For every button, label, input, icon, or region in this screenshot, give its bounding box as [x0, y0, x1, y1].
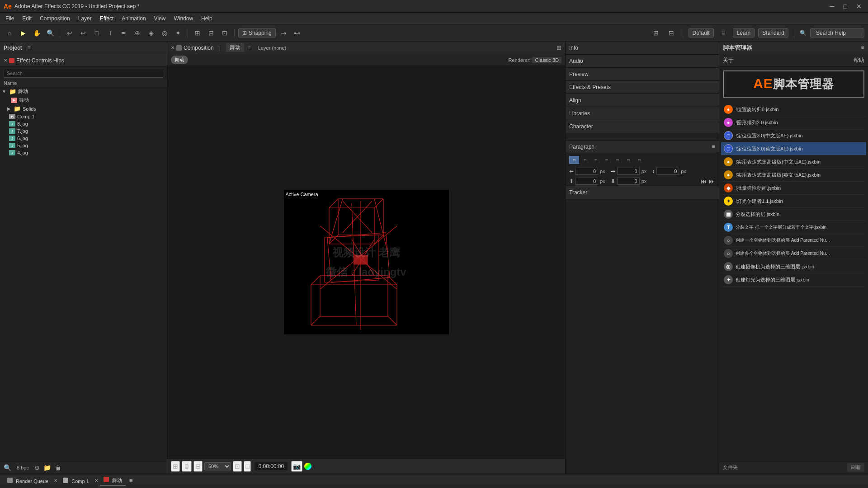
- expand-button[interactable]: ⊞: [650, 27, 662, 39]
- motion-button[interactable]: ⊡: [219, 27, 231, 39]
- script-item-12[interactable]: ○ 创建多个空物体到选择的层 Add Parented Nu…: [721, 247, 866, 260]
- project-file-5jpg[interactable]: J 5.jpg: [0, 142, 167, 149]
- script-item-10[interactable]: T 分裂文字 把一个文字层分成若干个文字.jsxbin: [721, 221, 866, 234]
- undo-button[interactable]: ↩: [64, 27, 75, 39]
- preview-section-header[interactable]: Preview: [566, 68, 719, 80]
- about-label[interactable]: 关于: [723, 56, 734, 64]
- add-item-button[interactable]: ⊕: [34, 464, 40, 471]
- delete-button[interactable]: 🗑: [55, 464, 61, 471]
- hand-tool[interactable]: ✋: [31, 27, 42, 39]
- redo-button[interactable]: ↩: [77, 27, 89, 39]
- menu-animation[interactable]: Animation: [118, 14, 149, 23]
- script-item-6[interactable]: ● !实用表达式集高级版(英文版AE).jsxbin: [721, 169, 866, 182]
- comp-timecode[interactable]: 0:00:00:00: [255, 462, 288, 470]
- effects-presets-header[interactable]: Effects & Presets: [566, 81, 719, 94]
- tracker-section-header[interactable]: Tracker: [566, 186, 719, 199]
- audio-section-header[interactable]: Audio: [566, 55, 719, 67]
- play-back-button[interactable]: ⏮: [701, 178, 707, 185]
- region-button[interactable]: □: [244, 461, 251, 472]
- paragraph-menu-icon[interactable]: ≡: [712, 143, 715, 150]
- justify-left-button[interactable]: ≡: [602, 156, 612, 164]
- justify-all-button[interactable]: ≡: [634, 156, 644, 164]
- project-file-8jpg[interactable]: J 8.jpg: [0, 120, 167, 127]
- workspace-standard[interactable]: Standard: [758, 28, 788, 38]
- align-center-button[interactable]: ≡: [580, 156, 590, 164]
- camera-button[interactable]: 📷: [291, 461, 302, 472]
- comp-close[interactable]: ✕: [171, 45, 175, 50]
- snap-option-2[interactable]: ⊷: [291, 27, 303, 39]
- script-item-11[interactable]: ○ 创建一个空物体到选择的层 Add Parented Nu…: [721, 234, 866, 247]
- snapping-button[interactable]: ⊞ Snapping: [238, 28, 276, 38]
- project-file-footage[interactable]: ▶ 舞动: [0, 96, 167, 104]
- leading-input[interactable]: [576, 178, 598, 185]
- comp-info-button[interactable]: ⊟: [193, 461, 203, 472]
- graph-button[interactable]: ⊟: [205, 27, 217, 39]
- search-help-button[interactable]: Search Help: [810, 28, 864, 38]
- home-button[interactable]: ⌂: [4, 27, 15, 39]
- script-item-3[interactable]: □ !定位位置3.0(中文版AE).jsxbin: [721, 129, 866, 142]
- comp-name-tab[interactable]: 舞动: [226, 43, 244, 52]
- renderer-value[interactable]: Classic 3D: [532, 57, 561, 63]
- justify-center-button[interactable]: ≡: [613, 156, 623, 164]
- comp-sub-tab[interactable]: 舞动: [171, 56, 188, 64]
- indent-before-input[interactable]: [576, 168, 598, 175]
- menu-composition[interactable]: Composition: [36, 14, 74, 23]
- menu-help[interactable]: Help: [198, 14, 216, 23]
- zoom-tool[interactable]: 🔍: [44, 27, 56, 39]
- menu-window[interactable]: Window: [170, 14, 197, 23]
- text-tool[interactable]: T: [104, 27, 116, 39]
- character-section-header[interactable]: Character: [566, 120, 719, 133]
- select-tool[interactable]: ▶: [17, 27, 29, 39]
- script-manager-menu[interactable]: ≡: [861, 44, 864, 51]
- menu-edit[interactable]: Edit: [19, 14, 35, 23]
- project-file-comp1[interactable]: ◩ Comp 1: [0, 113, 167, 120]
- search-footer-icon[interactable]: 🔍: [4, 464, 11, 471]
- space-before-input[interactable]: [656, 168, 679, 175]
- menu-layer[interactable]: Layer: [75, 14, 95, 23]
- workspace-learn[interactable]: Learn: [733, 28, 755, 38]
- render-tab-close[interactable]: ✕: [54, 478, 57, 483]
- minimize-button[interactable]: ─: [827, 2, 837, 11]
- libraries-section-header[interactable]: Libraries: [566, 107, 719, 120]
- project-search-input[interactable]: [4, 69, 163, 78]
- align-left-button[interactable]: ≡: [569, 156, 579, 164]
- puppet-tool[interactable]: ✦: [172, 27, 184, 39]
- eraser-tool[interactable]: ◈: [145, 27, 157, 39]
- project-file-6jpg[interactable]: J 6.jpg: [0, 135, 167, 142]
- timeline-tab-menu[interactable]: ≡: [129, 477, 133, 484]
- indent-after-input[interactable]: [617, 168, 640, 175]
- workspace-menu[interactable]: ≡: [717, 27, 729, 39]
- align-button[interactable]: ⊞: [192, 27, 203, 39]
- script-item-8[interactable]: ✦ !灯光创建者1.1.jsxbin: [721, 195, 866, 208]
- play-fwd-button[interactable]: ⏭: [709, 178, 715, 185]
- help-label[interactable]: 帮助: [854, 56, 864, 64]
- color-swatch[interactable]: [304, 463, 311, 470]
- workspace-default[interactable]: Default: [689, 28, 714, 38]
- timeline-tab-wudong[interactable]: 舞动: [100, 476, 126, 486]
- folder-button[interactable]: 📁: [43, 464, 51, 471]
- script-item-7[interactable]: ◆ !批量弹性动画.jsxbin: [721, 182, 866, 195]
- script-item-13[interactable]: ◎ 创建摄像机为选择的三维图层.jsxbin: [721, 260, 866, 273]
- title-bar-controls[interactable]: ─ □ ✕: [827, 2, 864, 11]
- script-item-5[interactable]: ● !实用表达式集高级版(中文版AE).jsxbin: [721, 155, 866, 169]
- align-section-header[interactable]: Align: [566, 94, 719, 107]
- roto-tool[interactable]: ◎: [159, 27, 170, 39]
- maximize-button[interactable]: □: [841, 2, 850, 11]
- align-right-button[interactable]: ≡: [591, 156, 601, 164]
- comp-expand-icon[interactable]: ⊞: [557, 44, 561, 51]
- fit-button[interactable]: ⊡: [233, 461, 242, 472]
- timeline-tab-comp1[interactable]: Comp 1: [59, 477, 93, 485]
- script-item-9[interactable]: ▦ 分裂选择的层.jsxbin: [721, 208, 866, 221]
- grid-button[interactable]: ⊟: [665, 27, 677, 39]
- script-item-2[interactable]: ● !圆形排列2.0.jsxbin: [721, 116, 866, 129]
- timeline-tab-render[interactable]: Render Queue: [4, 477, 52, 485]
- snap-option-1[interactable]: ⊸: [278, 27, 289, 39]
- menu-file[interactable]: File: [2, 14, 18, 23]
- menu-effect[interactable]: Effect: [96, 14, 117, 23]
- refresh-button[interactable]: 刷新: [847, 463, 864, 472]
- project-file-7jpg[interactable]: J 7.jpg: [0, 127, 167, 135]
- justify-right-button[interactable]: ≡: [623, 156, 633, 164]
- project-file-4jpg[interactable]: J 4.jpg: [0, 149, 167, 156]
- script-item-4[interactable]: □ !定位位置3.0(英文版AE).jsxbin: [721, 142, 866, 155]
- zoom-select[interactable]: 50% 100% 25%: [204, 462, 231, 470]
